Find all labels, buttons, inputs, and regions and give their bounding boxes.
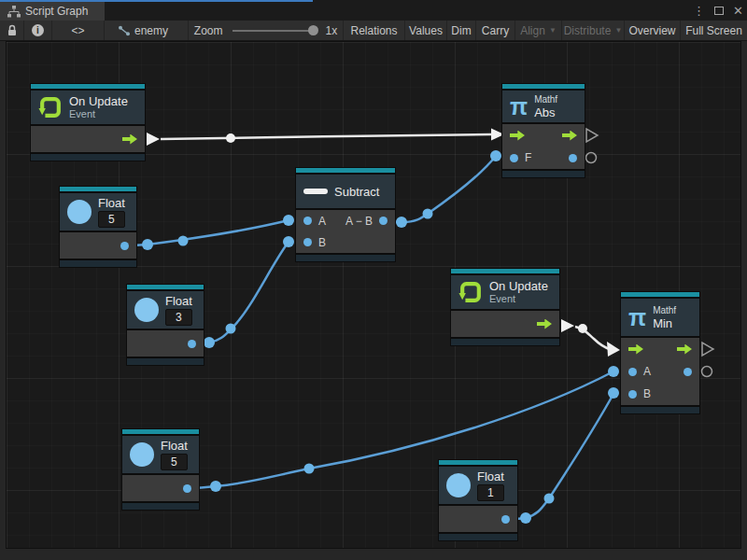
node-accent-bar — [31, 84, 145, 89]
node-float-5a[interactable]: Float 5 — [60, 187, 136, 267]
float-icon — [134, 298, 159, 322]
node-title: On Update — [489, 279, 548, 293]
float-value-field[interactable]: 5 — [98, 211, 125, 228]
values-button[interactable]: Values — [405, 21, 447, 40]
output-port[interactable] — [379, 217, 388, 225]
node-header: π Mathf Min — [621, 299, 699, 336]
script-graph-window: On Update Event Float 5 — [0, 0, 747, 560]
carry-label: Carry — [482, 24, 509, 37]
align-dropdown[interactable]: Align ▼ — [515, 21, 562, 40]
inspect-button[interactable]: i — [24, 21, 52, 40]
node-on-update-2[interactable]: On Update Event — [451, 269, 559, 345]
value-output-port[interactable] — [501, 515, 510, 524]
input-port-f[interactable] — [510, 154, 518, 162]
info-icon: i — [32, 24, 44, 36]
values-label: Values — [409, 24, 443, 37]
port-label-b: B — [643, 387, 651, 400]
exec-output-port[interactable] — [537, 319, 552, 329]
float-icon — [446, 473, 471, 497]
full-screen-label: Full Screen — [685, 24, 742, 37]
node-title: Subtract — [334, 185, 379, 199]
graph-pointer-icon — [118, 25, 131, 36]
output-port[interactable] — [569, 154, 577, 162]
node-header: On Update Event — [451, 275, 559, 309]
value-output-port[interactable] — [188, 340, 196, 348]
node-footer — [127, 358, 204, 365]
node-footer — [296, 255, 395, 261]
relations-button[interactable]: Relations — [344, 21, 405, 40]
zoom-control: Zoom 1x — [189, 21, 344, 40]
edit-source-button[interactable]: <> — [52, 21, 105, 40]
dim-button[interactable]: Dim — [447, 21, 476, 40]
node-accent-bar — [127, 285, 204, 289]
node-header: Float 3 — [127, 291, 204, 329]
node-accent-bar — [621, 292, 699, 297]
graph-icon — [7, 6, 21, 18]
port-label-a: A — [643, 365, 651, 378]
distribute-label: Distribute — [564, 24, 612, 37]
overview-label: Overview — [628, 24, 675, 37]
input-port-b[interactable] — [303, 238, 312, 246]
node-header: π Mathf Abs — [502, 91, 585, 122]
value-output-port[interactable] — [183, 484, 191, 493]
node-subtitle: Event — [69, 108, 128, 120]
zoom-slider[interactable] — [233, 30, 317, 32]
lock-button[interactable] — [0, 21, 24, 40]
loop-event-icon — [458, 280, 483, 304]
chevron-down-icon: ▼ — [614, 27, 622, 35]
node-category: Mathf — [534, 94, 557, 105]
exec-output-port[interactable] — [562, 131, 577, 141]
node-on-update-1[interactable]: On Update Event — [31, 84, 145, 161]
port-label-f: F — [525, 151, 531, 164]
zoom-value: 1x — [326, 24, 338, 37]
node-header: Subtract — [296, 175, 395, 208]
node-subtract[interactable]: Subtract A A − B B — [296, 168, 395, 261]
node-accent-bar — [296, 168, 395, 173]
tab-script-graph[interactable]: Script Graph — [0, 2, 105, 21]
node-float-1[interactable]: Float 1 — [439, 460, 517, 540]
zoom-slider-knob[interactable] — [308, 25, 318, 35]
input-port-a[interactable] — [628, 368, 637, 376]
subtract-icon — [303, 189, 328, 194]
node-footer — [439, 534, 517, 540]
node-title: Float — [165, 294, 192, 308]
node-title: Min — [653, 316, 676, 330]
node-mathf-min[interactable]: π Mathf Min A B — [621, 292, 699, 413]
value-output-port[interactable] — [120, 242, 129, 250]
node-header: Float 5 — [60, 193, 136, 231]
port-label-b: B — [318, 236, 326, 249]
input-port-a[interactable] — [303, 217, 312, 225]
window-menu-icon[interactable]: ⋮ — [693, 4, 705, 18]
full-screen-button[interactable]: Full Screen — [681, 21, 747, 40]
graph-breadcrumb[interactable]: enemy — [105, 21, 189, 40]
node-float-3[interactable]: Float 3 — [127, 285, 204, 365]
node-footer — [621, 407, 699, 413]
tab-bar: Script Graph ⋮ ✕ — [0, 0, 747, 21]
distribute-dropdown[interactable]: Distribute ▼ — [562, 21, 625, 40]
output-port[interactable] — [684, 368, 692, 376]
tab-title: Script Graph — [25, 5, 88, 18]
exec-output-port[interactable] — [677, 344, 692, 355]
exec-input-port[interactable] — [510, 131, 525, 141]
float-value-field[interactable]: 1 — [477, 484, 504, 501]
pi-icon: π — [510, 94, 528, 119]
node-title: Float — [98, 196, 125, 210]
maximize-icon[interactable] — [714, 7, 724, 15]
toolbar: i <> enemy Zoom 1x Relations Values — [0, 21, 747, 41]
node-footer — [502, 171, 585, 177]
node-mathf-abs[interactable]: π Mathf Abs F — [502, 84, 585, 177]
float-value-field[interactable]: 5 — [161, 454, 188, 470]
input-port-b[interactable] — [628, 390, 637, 399]
node-title: Float — [477, 469, 504, 483]
node-accent-bar — [451, 269, 559, 273]
overview-button[interactable]: Overview — [625, 21, 681, 40]
float-value-field[interactable]: 3 — [165, 309, 192, 326]
carry-button[interactable]: Carry — [476, 21, 515, 40]
exec-input-port[interactable] — [628, 344, 643, 355]
node-title: On Update — [69, 94, 128, 108]
close-icon[interactable]: ✕ — [733, 4, 743, 18]
node-float-5b[interactable]: Float 5 — [122, 429, 199, 510]
port-label-out: A − B — [345, 215, 373, 228]
exec-output-port[interactable] — [122, 134, 137, 145]
node-footer — [31, 154, 145, 161]
